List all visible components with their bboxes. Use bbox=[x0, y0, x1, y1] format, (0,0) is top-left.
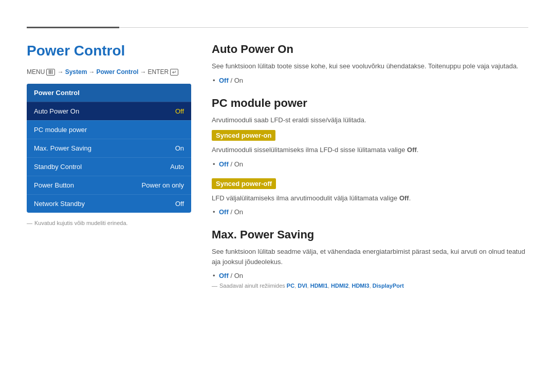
off-label: Off bbox=[219, 208, 229, 216]
arrow-2: → bbox=[88, 68, 95, 76]
mode-pc: PC bbox=[287, 283, 294, 289]
mode-dvi: DVI bbox=[298, 283, 307, 289]
menu-box-header: Power Control bbox=[27, 84, 191, 102]
section-desc-max-power: See funktsioon lülitab seadme välja, et … bbox=[212, 247, 528, 267]
menu-label: MENU bbox=[27, 68, 45, 76]
section-title-max-power: Max. Power Saving bbox=[212, 228, 528, 241]
synced-off-label: Synced power-off bbox=[212, 178, 276, 189]
arrow-1: → bbox=[58, 68, 64, 76]
bullet-off-on-max-power: Off / On bbox=[212, 272, 528, 279]
off-label: Off bbox=[219, 160, 229, 168]
menu-item-value: Power on only bbox=[142, 181, 184, 189]
menu-item-label: Network Standby bbox=[34, 200, 85, 208]
subsection-synced-off: Synced power-off LFD väljalülitamiseks i… bbox=[212, 178, 528, 216]
section-auto-power-on: Auto Power On See funktsioon lülitab too… bbox=[212, 43, 528, 84]
left-footnote: Kuvatud kujutis võib mudeliti erineda. bbox=[27, 220, 191, 226]
bullet-list-auto-power-on: Off / On bbox=[212, 77, 528, 84]
bullet-list-max-power: Off / On bbox=[212, 272, 528, 279]
enter-icon: ↵ bbox=[170, 69, 178, 76]
menu-item-auto-power-on[interactable]: Auto Power On Off bbox=[27, 102, 191, 120]
available-note-max-power: Saadaval ainult režiimides PC, DVI, HDMI… bbox=[212, 283, 528, 289]
synced-off-desc: LFD väljalülitamiseks ilma arvutimooduli… bbox=[212, 193, 528, 203]
menu-item-standby[interactable]: Standby Control Auto bbox=[27, 157, 191, 176]
system-link: System bbox=[65, 68, 87, 76]
menu-item-value: Off bbox=[175, 200, 184, 208]
on-label: On bbox=[234, 272, 243, 279]
menu-item-value: Off bbox=[175, 107, 184, 115]
section-title-pc-module: PC module power bbox=[212, 97, 528, 110]
mode-displayport: DisplayPort bbox=[373, 283, 404, 289]
section-desc-auto-power-on: See funktsioon lülitab toote sisse kohe,… bbox=[212, 61, 528, 71]
subsection-synced-on: Synced power-on Arvutimooduli sisselülit… bbox=[212, 130, 528, 168]
mode-hdmi1: HDMI1 bbox=[310, 283, 328, 289]
top-line-right bbox=[119, 27, 528, 28]
bullet-off-on: Off / On bbox=[212, 77, 528, 84]
bullet-list-synced-off: Off / On bbox=[212, 208, 528, 216]
menu-item-label: Max. Power Saving bbox=[34, 144, 91, 152]
menu-path: MENU III → System → Power Control → ENTE… bbox=[27, 68, 191, 76]
section-max-power-saving: Max. Power Saving See funktsioon lülitab… bbox=[212, 228, 528, 289]
bullet-off-on-synced-off: Off / On bbox=[212, 208, 528, 216]
sep: / bbox=[229, 160, 234, 168]
menu-item-max-power[interactable]: Max. Power Saving On bbox=[27, 139, 191, 157]
menu-item-label: PC module power bbox=[34, 126, 87, 134]
menu-item-pc-module[interactable]: PC module power bbox=[27, 120, 191, 139]
mode-hdmi2: HDMI2 bbox=[331, 283, 348, 289]
power-control-link: Power Control bbox=[96, 68, 138, 76]
menu-item-network-standby[interactable]: Network Standby Off bbox=[27, 194, 191, 213]
top-divider bbox=[0, 27, 555, 28]
content-area: Power Control MENU III → System → Power … bbox=[0, 43, 555, 301]
right-column: Auto Power On See funktsioon lülitab too… bbox=[212, 43, 528, 301]
top-line-left bbox=[27, 27, 119, 28]
menu-icon: III bbox=[46, 69, 54, 76]
menu-item-label: Standby Control bbox=[34, 163, 82, 171]
menu-item-label: Power Button bbox=[34, 181, 74, 189]
page-title: Power Control bbox=[27, 43, 191, 59]
sep: / bbox=[229, 208, 234, 216]
left-column: Power Control MENU III → System → Power … bbox=[27, 43, 191, 301]
section-title-auto-power-on: Auto Power On bbox=[212, 43, 528, 56]
arrow-3: → bbox=[140, 68, 146, 76]
bullet-off-on-synced-on: Off / On bbox=[212, 160, 528, 168]
bullet-list-synced-on: Off / On bbox=[212, 160, 528, 168]
section-desc-pc-module: Arvutimooduli saab LFD-st eraldi sisse/v… bbox=[212, 115, 528, 125]
on-label: On bbox=[234, 77, 243, 84]
sep: / bbox=[229, 77, 234, 84]
section-pc-module: PC module power Arvutimooduli saab LFD-s… bbox=[212, 97, 528, 216]
synced-on-desc: Arvutimooduli sisselülitamiseks ilma LFD… bbox=[212, 145, 528, 155]
menu-item-value: On bbox=[175, 144, 184, 152]
menu-item-power-button[interactable]: Power Button Power on only bbox=[27, 176, 191, 194]
menu-item-label: Auto Power On bbox=[34, 107, 79, 115]
available-note-text: Saadaval ainult režiimides PC, DVI, HDMI… bbox=[219, 283, 404, 289]
mode-hdmi3: HDMI3 bbox=[351, 283, 369, 289]
on-label: On bbox=[234, 208, 243, 216]
menu-item-value: Auto bbox=[170, 163, 184, 171]
sep: / bbox=[229, 272, 234, 279]
off-label: Off bbox=[219, 272, 229, 279]
menu-box: Power Control Auto Power On Off PC modul… bbox=[27, 84, 191, 213]
on-label: On bbox=[234, 160, 243, 168]
off-label: Off bbox=[219, 77, 229, 84]
enter-label: ENTER bbox=[147, 68, 169, 76]
synced-on-label: Synced power-on bbox=[212, 130, 275, 141]
